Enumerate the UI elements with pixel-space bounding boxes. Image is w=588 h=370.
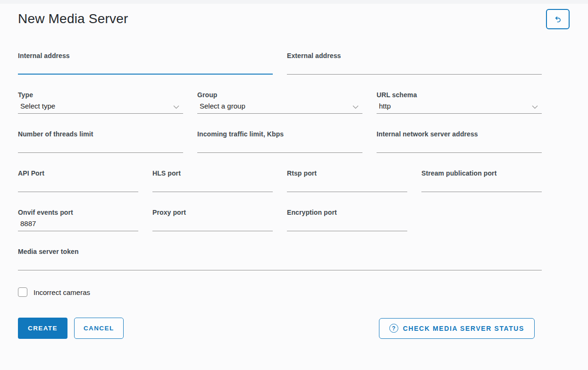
internal-network-address-input[interactable] bbox=[377, 141, 542, 152]
incorrect-cameras-label: Incorrect cameras bbox=[34, 288, 90, 296]
create-button[interactable]: CREATE bbox=[18, 318, 67, 339]
external-address-input[interactable] bbox=[287, 63, 542, 74]
chevron-down-icon bbox=[353, 105, 359, 109]
media-server-token-label: Media server token bbox=[18, 248, 542, 255]
back-button[interactable] bbox=[546, 9, 570, 29]
row-token: Media server token bbox=[18, 248, 542, 270]
internal-network-address-label: Internal network server address bbox=[377, 130, 542, 138]
encryption-port-field: Encryption port bbox=[287, 209, 407, 231]
threads-limit-field: Number of threads limit bbox=[18, 130, 183, 153]
group-label: Group bbox=[197, 91, 362, 99]
group-select-value: Select a group bbox=[200, 102, 245, 110]
empty-cell bbox=[421, 209, 542, 231]
stream-publication-port-field: Stream publication port bbox=[421, 169, 542, 192]
incoming-traffic-limit-field: Incoming traffic limit, Kbps bbox=[197, 130, 362, 153]
proxy-port-field: Proxy port bbox=[152, 209, 273, 231]
stream-publication-port-label: Stream publication port bbox=[421, 169, 542, 177]
onvif-events-port-input[interactable] bbox=[18, 219, 138, 231]
chevron-down-icon bbox=[173, 105, 179, 109]
internal-address-field: Internal address bbox=[18, 52, 273, 75]
new-media-server-page: New Media Server Internal address Extern… bbox=[0, 4, 588, 339]
group-select[interactable]: Select a group bbox=[197, 102, 362, 113]
internal-address-input[interactable] bbox=[18, 62, 273, 74]
group-field: Group Select a group bbox=[197, 91, 362, 114]
proxy-port-label: Proxy port bbox=[152, 209, 273, 216]
type-field: Type Select type bbox=[18, 91, 183, 114]
type-select[interactable]: Select type bbox=[18, 102, 183, 113]
encryption-port-label: Encryption port bbox=[287, 209, 407, 216]
internal-address-label: Internal address bbox=[18, 52, 273, 59]
encryption-port-input[interactable] bbox=[287, 219, 407, 231]
check-status-label: CHECK MEDIA SERVER STATUS bbox=[403, 325, 524, 332]
url-schema-select-value: http bbox=[379, 102, 391, 110]
row-ports-1: API Port HLS port Rtsp port Stream publi… bbox=[18, 169, 542, 192]
media-server-form: Internal address External address Type S… bbox=[18, 52, 542, 270]
row-type-group-schema: Type Select type Group Select a group UR… bbox=[18, 91, 542, 114]
threads-limit-label: Number of threads limit bbox=[18, 130, 183, 138]
onvif-events-port-field: Onvif events port bbox=[18, 209, 138, 231]
chevron-down-icon bbox=[532, 105, 538, 109]
api-port-input[interactable] bbox=[18, 180, 138, 192]
internal-network-address-field: Internal network server address bbox=[377, 130, 542, 153]
stream-publication-port-input[interactable] bbox=[421, 180, 542, 192]
proxy-port-input[interactable] bbox=[152, 219, 273, 231]
hls-port-field: HLS port bbox=[152, 169, 273, 192]
rtsp-port-label: Rtsp port bbox=[287, 169, 407, 177]
media-server-token-input[interactable] bbox=[18, 259, 542, 270]
cancel-button[interactable]: CANCEL bbox=[74, 318, 124, 339]
hls-port-label: HLS port bbox=[152, 169, 273, 177]
incoming-traffic-limit-input[interactable] bbox=[197, 141, 362, 152]
incoming-traffic-limit-label: Incoming traffic limit, Kbps bbox=[197, 130, 362, 138]
rtsp-port-field: Rtsp port bbox=[287, 169, 407, 192]
top-strip bbox=[0, 0, 588, 4]
type-label: Type bbox=[18, 91, 183, 99]
row-ports-2: Onvif events port Proxy port Encryption … bbox=[18, 209, 542, 231]
api-port-label: API Port bbox=[18, 169, 138, 177]
url-schema-label: URL schema bbox=[377, 91, 542, 99]
row-addresses: Internal address External address bbox=[18, 52, 542, 75]
media-server-token-field: Media server token bbox=[18, 248, 542, 270]
type-select-value: Select type bbox=[20, 102, 55, 110]
external-address-field: External address bbox=[287, 52, 542, 75]
url-schema-field: URL schema http bbox=[377, 91, 542, 114]
onvif-events-port-label: Onvif events port bbox=[18, 209, 138, 216]
hls-port-input[interactable] bbox=[152, 180, 273, 192]
external-address-label: External address bbox=[287, 52, 542, 59]
question-circle-icon: ? bbox=[389, 324, 398, 333]
api-port-field: API Port bbox=[18, 169, 138, 192]
url-schema-select[interactable]: http bbox=[377, 102, 542, 113]
incorrect-cameras-row: Incorrect cameras bbox=[18, 287, 542, 297]
form-actions: CREATE CANCEL ? CHECK MEDIA SERVER STATU… bbox=[18, 318, 542, 339]
page-title: New Media Server bbox=[18, 10, 542, 27]
threads-limit-input[interactable] bbox=[18, 141, 183, 152]
undo-arrow-icon bbox=[553, 14, 563, 25]
incorrect-cameras-checkbox[interactable] bbox=[18, 287, 27, 297]
check-media-server-status-button[interactable]: ? CHECK MEDIA SERVER STATUS bbox=[379, 318, 535, 339]
rtsp-port-input[interactable] bbox=[287, 180, 407, 192]
row-limits: Number of threads limit Incoming traffic… bbox=[18, 130, 542, 153]
